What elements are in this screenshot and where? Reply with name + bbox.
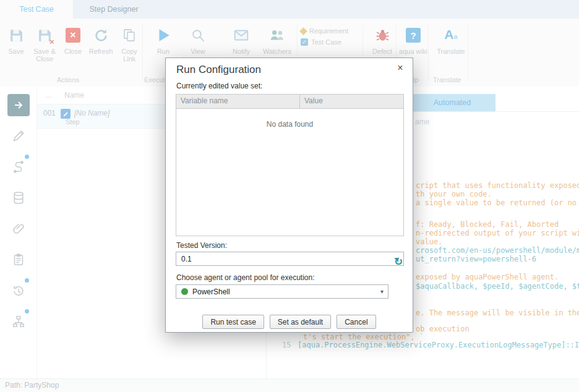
value-set-label: Currently edited value set: [176, 82, 262, 90]
tested-version-label: Tested Version: [176, 241, 227, 250]
run-configuration-dialog: Run Configuration × Currently edited val… [165, 58, 413, 333]
app-window: Test Case Step Designer Save × Save & Cl… [0, 0, 579, 392]
agent-dropdown[interactable]: PowerShell ▾ [176, 284, 388, 299]
agent-refresh-button[interactable]: ↻ [392, 256, 405, 268]
run-test-case-button[interactable]: Run test case [202, 315, 264, 329]
chevron-down-icon: ▾ [380, 288, 384, 295]
tested-version-dropdown[interactable]: 0.1 ▾ [176, 252, 404, 266]
tested-version-value: 0.1 [181, 255, 192, 263]
agent-status-dot [181, 288, 188, 295]
agent-label: Choose agent or agent pool for execution… [176, 273, 315, 282]
no-data-message: No data found [176, 120, 403, 129]
dialog-close-button[interactable]: × [394, 62, 406, 74]
dialog-title: Run Configuration [176, 64, 261, 76]
agent-value: PowerShell [192, 288, 230, 296]
value-set-grid: Variable name Value No data found [176, 94, 404, 236]
value-column-header[interactable]: Value [300, 95, 403, 108]
cancel-button[interactable]: Cancel [337, 315, 375, 329]
dialog-button-row: Run test case Set as default Cancel [166, 315, 413, 329]
value-set-grid-body: No data found [176, 120, 403, 129]
set-as-default-button[interactable]: Set as default [270, 315, 331, 329]
value-set-grid-header: Variable name Value [176, 95, 403, 109]
variable-name-column-header[interactable]: Variable name [176, 95, 300, 108]
